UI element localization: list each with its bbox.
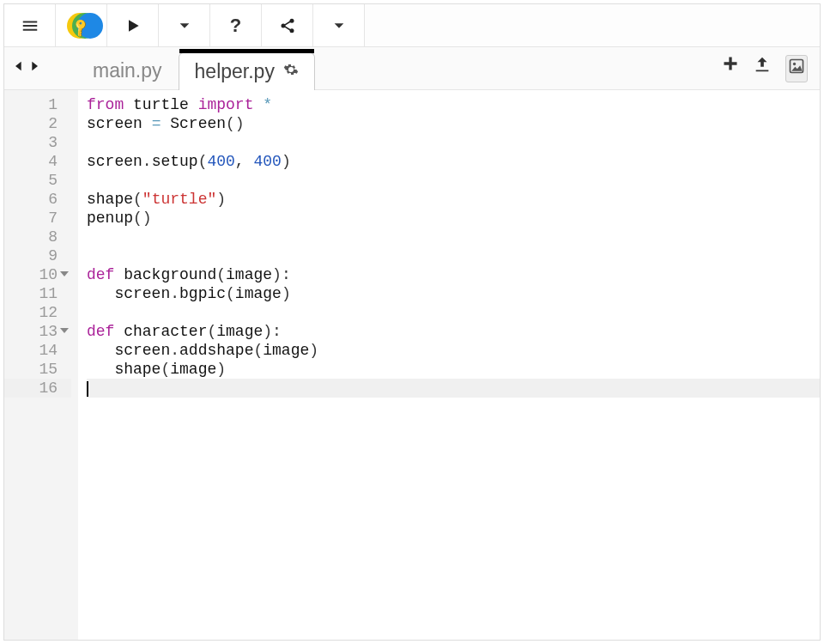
line-number: 12: [4, 303, 71, 322]
image-icon: [788, 58, 805, 75]
line-number: 15: [4, 360, 71, 379]
add-file-button[interactable]: [722, 55, 739, 82]
code-editor[interactable]: 12345678910111213141516 from turtle impo…: [4, 90, 820, 640]
menu-button[interactable]: [4, 4, 56, 46]
tab-helper-py[interactable]: helper.py: [179, 52, 315, 90]
help-label: ?: [230, 15, 241, 37]
tabs: main.py helper.py: [76, 47, 315, 89]
code-line[interactable]: [87, 228, 820, 246]
code-line[interactable]: def background(image):: [87, 265, 820, 284]
line-number: 11: [4, 284, 71, 303]
line-number: 1: [4, 95, 71, 114]
code-line[interactable]: [87, 246, 820, 265]
tab-main-py[interactable]: main.py: [76, 52, 179, 89]
gutter: 12345678910111213141516: [4, 90, 78, 640]
line-number: 4: [4, 152, 71, 171]
svg-point-4: [793, 62, 796, 64]
share-button[interactable]: [262, 4, 313, 46]
logo-button[interactable]: 🔑: [56, 4, 107, 46]
line-number: 10: [4, 265, 71, 284]
line-number: 2: [4, 114, 71, 133]
play-icon: [124, 17, 142, 34]
line-number: 14: [4, 341, 71, 360]
tab-label: main.py: [93, 59, 162, 82]
upload-icon: [753, 55, 772, 74]
chevron-down-icon: [178, 19, 191, 33]
nav-back[interactable]: [11, 55, 27, 82]
code-line[interactable]: penup(): [87, 209, 820, 228]
text-cursor: [87, 381, 88, 397]
line-number: 5: [4, 171, 71, 190]
gear-icon[interactable]: [283, 62, 299, 82]
line-number: 16: [4, 379, 71, 398]
code-line[interactable]: shape(image): [87, 360, 820, 379]
share-icon: [279, 17, 296, 34]
code-line[interactable]: screen = Screen(): [87, 114, 820, 133]
line-number: 6: [4, 190, 71, 209]
run-button[interactable]: [107, 4, 159, 46]
code-line[interactable]: [87, 171, 820, 190]
line-number: 9: [4, 246, 71, 265]
image-button[interactable]: [785, 55, 808, 82]
code-line[interactable]: def character(image):: [87, 322, 820, 341]
code-line[interactable]: shape("turtle"): [87, 190, 820, 209]
line-number: 3: [4, 133, 71, 152]
tab-label: helper.py: [195, 60, 275, 83]
run-dropdown[interactable]: [159, 4, 210, 46]
line-number: 7: [4, 209, 71, 228]
menu-icon: [21, 16, 39, 35]
chevron-right-icon: [27, 57, 41, 76]
nav-arrows: [8, 55, 51, 82]
top-toolbar: 🔑 ?: [4, 4, 820, 47]
tab-actions: [722, 55, 816, 82]
code-line[interactable]: screen.setup(400, 400): [87, 152, 820, 171]
code-line[interactable]: [87, 303, 820, 322]
chevron-down-icon: [332, 19, 346, 33]
chevron-left-icon: [12, 57, 26, 76]
code-line[interactable]: [87, 379, 820, 398]
line-number: 13: [4, 322, 71, 341]
code-body[interactable]: from turtle import *screen = Screen()scr…: [78, 90, 820, 640]
upload-button[interactable]: [753, 55, 772, 82]
help-button[interactable]: ?: [210, 4, 262, 46]
nav-forward[interactable]: [27, 55, 42, 82]
plus-icon: [722, 55, 739, 72]
share-dropdown[interactable]: [313, 4, 365, 46]
ide-root: 🔑 ?: [3, 3, 821, 641]
code-line[interactable]: screen.bgpic(image): [87, 284, 820, 303]
code-line[interactable]: screen.addshape(image): [87, 341, 820, 360]
line-number: 8: [4, 228, 71, 246]
key-logo-icon: 🔑: [67, 11, 96, 40]
code-line[interactable]: [87, 133, 820, 152]
tab-bar: main.py helper.py: [4, 47, 820, 90]
code-line[interactable]: from turtle import *: [87, 95, 820, 114]
